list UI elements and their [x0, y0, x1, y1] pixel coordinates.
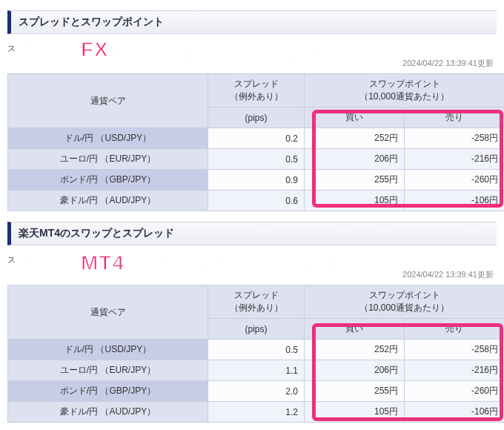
- cell-spread: 1.2: [208, 402, 305, 423]
- cell-sell: -260円: [405, 381, 505, 402]
- th-swap: スワップポイント （10,000通貨あたり）: [305, 285, 505, 319]
- cell-buy: 252円: [305, 340, 405, 360]
- table-row: 豪ドル/円 （AUD/JPY） 1.2 105円 -106円: [8, 402, 505, 423]
- th-spread-main: スプレッド: [214, 78, 298, 90]
- note-line-fx: ス: [7, 43, 497, 55]
- table-row: 豪ドル/円 （AUD/JPY） 0.6 105円 -106円: [8, 191, 505, 211]
- cell-pair: ドル/円 （USD/JPY）: [8, 128, 208, 149]
- th-buy: 買い: [305, 108, 405, 128]
- cell-spread: 0.5: [208, 149, 305, 170]
- cell-buy: 105円: [305, 191, 405, 211]
- cell-pair: ポンド/円 （GBP/JPY）: [8, 170, 208, 191]
- th-spread-unit: (pips): [208, 319, 305, 340]
- cell-spread: 2.0: [208, 381, 305, 402]
- cell-sell: -216円: [405, 360, 505, 381]
- th-spread-main: スプレッド: [214, 289, 298, 302]
- cell-pair: ポンド/円 （GBP/JPY）: [8, 381, 208, 402]
- cell-pair: 豪ドル/円 （AUD/JPY）: [8, 191, 208, 211]
- table-row: ドル/円 （USD/JPY） 0.5 252円 -258円: [8, 340, 505, 360]
- th-swap-main: スワップポイント: [311, 78, 498, 90]
- table-row: ポンド/円 （GBP/JPY） 0.9 255円 -260円: [8, 170, 505, 191]
- note-line-mt4: ス: [7, 254, 497, 266]
- cell-buy: 252円: [305, 128, 405, 149]
- cell-sell: -260円: [405, 170, 505, 191]
- note-text-fragment: ス: [7, 255, 16, 264]
- cell-spread: 0.2: [208, 128, 305, 149]
- cell-pair: ユーロ/円 （EUR/JPY）: [8, 149, 208, 170]
- section-header-fx: スプレッドとスワップポイント: [7, 10, 497, 34]
- table-row: ユーロ/円 （EUR/JPY） 1.1 206円 -216円: [8, 360, 505, 381]
- th-spread-unit: (pips): [208, 108, 305, 128]
- section-header-mt4: 楽天MT4のスワップとスプレッド: [7, 222, 497, 245]
- th-spread: スプレッド （例外あり）: [208, 74, 305, 108]
- th-swap-sub: （10,000通貨あたり）: [311, 302, 498, 314]
- cell-sell: -106円: [405, 191, 505, 211]
- cell-pair: 豪ドル/円 （AUD/JPY）: [8, 402, 208, 423]
- th-pair: 通貨ペア: [8, 74, 208, 128]
- table-row: ポンド/円 （GBP/JPY） 2.0 255円 -260円: [8, 381, 505, 402]
- th-buy: 買い: [305, 319, 405, 340]
- cell-spread: 0.9: [208, 170, 305, 191]
- cell-pair: ユーロ/円 （EUR/JPY）: [8, 360, 208, 381]
- th-swap-main: スワップポイント: [311, 289, 498, 302]
- timestamp-mt4: 2024/04/22 13:39:41更新: [0, 269, 494, 280]
- th-sell: 売り: [405, 319, 505, 340]
- cell-spread: 1.1: [208, 360, 305, 381]
- th-spread-sub: （例外あり）: [214, 90, 298, 103]
- cell-spread: 0.5: [208, 340, 305, 360]
- th-sell: 売り: [405, 108, 505, 128]
- th-swap-sub: （10,000通貨あたり）: [311, 90, 498, 103]
- note-text-fragment: ス: [7, 44, 16, 53]
- th-spread: スプレッド （例外あり）: [208, 285, 305, 319]
- table-row: ユーロ/円 （EUR/JPY） 0.5 206円 -216円: [8, 149, 505, 170]
- cell-buy: 206円: [305, 360, 405, 381]
- th-swap: スワップポイント （10,000通貨あたり）: [305, 74, 505, 108]
- table-row: ドル/円 （USD/JPY） 0.2 252円 -258円: [8, 128, 505, 149]
- th-pair: 通貨ペア: [8, 285, 208, 340]
- cell-buy: 105円: [305, 402, 405, 423]
- swap-table-fx: 通貨ペア スプレッド （例外あり） スワップポイント （10,000通貨あたり）…: [7, 73, 504, 211]
- timestamp-fx: 2024/04/22 13:39:41更新: [0, 58, 494, 69]
- swap-table-mt4: 通貨ペア スプレッド （例外あり） スワップポイント （10,000通貨あたり）…: [7, 285, 504, 423]
- cell-sell: -106円: [405, 402, 505, 423]
- cell-sell: -258円: [405, 340, 505, 360]
- cell-buy: 255円: [305, 381, 405, 402]
- cell-sell: -216円: [405, 149, 505, 170]
- cell-sell: -258円: [405, 128, 505, 149]
- th-spread-sub: （例外あり）: [214, 302, 298, 314]
- cell-spread: 0.6: [208, 191, 305, 211]
- cell-pair: ドル/円 （USD/JPY）: [8, 340, 208, 360]
- cell-buy: 255円: [305, 170, 405, 191]
- section-title: 楽天MT4のスワップとスプレッド: [19, 227, 174, 239]
- cell-buy: 206円: [305, 149, 405, 170]
- section-title: スプレッドとスワップポイント: [19, 16, 164, 27]
